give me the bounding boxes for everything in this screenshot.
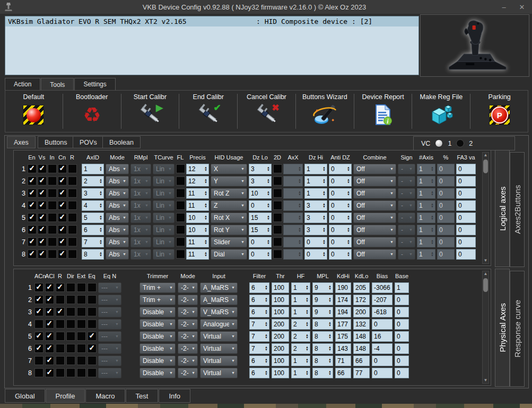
num-axis-spinner[interactable]: 1▲▼ bbox=[417, 225, 435, 235]
input-dropdown[interactable]: Virtual▼ bbox=[200, 356, 238, 366]
kdlo-field[interactable]: 200 bbox=[353, 307, 370, 317]
threshold-field[interactable]: 100 bbox=[272, 356, 289, 366]
spinner-arrows[interactable]: ▲▼ bbox=[321, 240, 327, 245]
visible-checkbox[interactable]: ✓ bbox=[38, 176, 47, 185]
deadzone-low-spinner[interactable]: 0▲▼ bbox=[249, 249, 272, 260]
anti-deadzone-spinner[interactable]: 0▲▼ bbox=[329, 176, 352, 187]
enable-checkbox[interactable]: ✓ bbox=[28, 164, 37, 173]
spinner-arrows[interactable]: ▲▼ bbox=[264, 297, 269, 303]
enable-checkbox[interactable]: ✓ bbox=[28, 189, 37, 198]
base-field[interactable]: 0 bbox=[395, 319, 409, 330]
r-checkbox[interactable] bbox=[68, 176, 77, 185]
mpl-spinner[interactable]: 8▲▼ bbox=[312, 319, 333, 330]
bias-field[interactable]: 0 bbox=[372, 356, 393, 366]
hf-spinner[interactable]: 1▲▼ bbox=[291, 307, 310, 317]
spinner-arrows[interactable]: ▲▼ bbox=[264, 285, 269, 290]
selected-device-row[interactable]: VKBsim Gladiator EVO R SEM THQx2 XT2 v2.… bbox=[5, 16, 418, 26]
kdlo-field[interactable]: 172 bbox=[353, 295, 370, 305]
kdhi-field[interactable]: 194 bbox=[335, 307, 351, 317]
hf-spinner[interactable]: 1▲▼ bbox=[291, 295, 310, 305]
ext-checkbox[interactable] bbox=[77, 283, 86, 292]
sign-dropdown[interactable]: -▼ bbox=[398, 237, 415, 247]
scroll-up-icon[interactable]: ▲ bbox=[484, 271, 488, 277]
hid-usage-dropdown[interactable]: Slider▼ bbox=[211, 237, 247, 247]
r-checkbox[interactable] bbox=[68, 213, 77, 222]
axx-spinner[interactable]: ▲▼ bbox=[283, 164, 303, 174]
spinner-arrows[interactable]: ▲▼ bbox=[430, 215, 435, 220]
hid-usage-dropdown[interactable]: Rot X▼ bbox=[211, 212, 247, 223]
spinner-arrows[interactable]: ▲▼ bbox=[304, 358, 310, 363]
enable-checkbox[interactable]: ✓ bbox=[28, 237, 37, 246]
equalizer-checkbox[interactable] bbox=[88, 320, 97, 329]
input-dropdown[interactable]: Virtual▼ bbox=[200, 343, 238, 354]
spinner-arrows[interactable]: ▲▼ bbox=[304, 285, 310, 290]
bias-field[interactable]: 16 bbox=[372, 331, 393, 342]
enable-checkbox[interactable]: ✓ bbox=[28, 201, 37, 210]
center-checkbox[interactable]: ✓ bbox=[58, 213, 67, 222]
spinner-arrows[interactable]: ▲▼ bbox=[304, 322, 310, 327]
sign-dropdown[interactable]: -▼ bbox=[398, 188, 415, 199]
close-button[interactable]: ✕ bbox=[514, 2, 530, 12]
spinner-arrows[interactable]: ▲▼ bbox=[304, 370, 310, 376]
axid-spinner[interactable]: 4▲▼ bbox=[82, 200, 104, 211]
mode-dropdown[interactable]: -2-▼ bbox=[178, 368, 198, 378]
fl-checkbox[interactable] bbox=[176, 176, 185, 185]
precision-spinner[interactable]: 11▲▼ bbox=[186, 200, 209, 211]
invert-checkbox[interactable] bbox=[48, 225, 57, 234]
eq-n-dropdown[interactable]: ---▼ bbox=[98, 307, 121, 317]
hid-usage-dropdown[interactable]: Z▼ bbox=[211, 200, 247, 211]
ext-checkbox[interactable] bbox=[77, 295, 86, 304]
dir-checkbox[interactable] bbox=[66, 332, 75, 341]
kdhi-field[interactable]: 177 bbox=[335, 319, 351, 330]
equalizer-checkbox[interactable] bbox=[88, 283, 97, 292]
axid-spinner[interactable]: 8▲▼ bbox=[82, 249, 104, 260]
tab-profile[interactable]: Profile bbox=[46, 389, 85, 403]
axx-spinner[interactable]: ▲▼ bbox=[283, 249, 303, 260]
dir-checkbox[interactable] bbox=[66, 295, 75, 304]
num-axis-spinner[interactable]: 1▲▼ bbox=[417, 188, 435, 199]
spinner-arrows[interactable]: ▲▼ bbox=[264, 358, 269, 363]
ext-checkbox[interactable] bbox=[77, 344, 86, 353]
eq-n-dropdown[interactable]: ---▼ bbox=[98, 356, 121, 366]
anti-deadzone-spinner[interactable]: 0▲▼ bbox=[329, 212, 352, 223]
r-checkbox[interactable] bbox=[68, 225, 77, 234]
center-checkbox[interactable]: ✓ bbox=[58, 164, 67, 173]
tab-povs[interactable]: POVs bbox=[73, 136, 104, 148]
ext-checkbox[interactable] bbox=[77, 356, 86, 365]
spinner-arrows[interactable]: ▲▼ bbox=[327, 322, 333, 327]
visible-checkbox[interactable]: ✓ bbox=[38, 250, 47, 259]
acn-checkbox[interactable] bbox=[34, 320, 43, 329]
spinner-arrows[interactable]: ▲▼ bbox=[430, 191, 435, 196]
invert-checkbox[interactable] bbox=[48, 176, 57, 185]
visible-checkbox[interactable]: ✓ bbox=[38, 213, 47, 222]
visible-checkbox[interactable]: ✓ bbox=[38, 189, 47, 198]
acl-checkbox[interactable]: ✓ bbox=[45, 344, 54, 353]
fl-checkbox[interactable] bbox=[176, 189, 185, 198]
percent-field[interactable]: 0 bbox=[437, 200, 455, 211]
spinner-arrows[interactable]: ▲▼ bbox=[203, 215, 208, 220]
mpl-spinner[interactable]: 9▲▼ bbox=[312, 307, 333, 317]
filter-spinner[interactable]: 7▲▼ bbox=[249, 319, 269, 330]
acl-checkbox[interactable]: ✓ bbox=[45, 307, 54, 316]
spinner-arrows[interactable]: ▲▼ bbox=[346, 227, 351, 233]
spinner-arrows[interactable]: ▲▼ bbox=[430, 203, 435, 208]
spinner-arrows[interactable]: ▲▼ bbox=[321, 179, 327, 184]
kdhi-field[interactable]: 71 bbox=[335, 356, 351, 366]
trimmer-dropdown[interactable]: Disable▼ bbox=[139, 343, 176, 354]
num-axis-spinner[interactable]: 1▲▼ bbox=[417, 237, 435, 247]
tab-settings[interactable]: Settings bbox=[74, 78, 115, 90]
spinner-arrows[interactable]: ▲▼ bbox=[266, 179, 271, 184]
spinner-arrows[interactable]: ▲▼ bbox=[203, 227, 208, 233]
kdlo-field[interactable]: 132 bbox=[353, 319, 370, 330]
input-dropdown[interactable]: Virtual▼ bbox=[200, 368, 238, 378]
end-calibr-button[interactable]: End Calibr ✔ bbox=[180, 91, 237, 132]
deadzone-high-spinner[interactable]: 0▲▼ bbox=[304, 249, 327, 260]
threshold-field[interactable]: 200 bbox=[272, 331, 289, 342]
ext-checkbox[interactable] bbox=[77, 368, 86, 377]
spinner-arrows[interactable]: ▲▼ bbox=[203, 252, 208, 257]
percent-field[interactable]: 0 bbox=[437, 188, 455, 199]
hf-spinner[interactable]: 2▲▼ bbox=[291, 319, 310, 330]
center-checkbox[interactable]: ✓ bbox=[58, 201, 67, 210]
deadzone-high-spinner[interactable]: 3▲▼ bbox=[304, 225, 327, 235]
axid-spinner[interactable]: 1▲▼ bbox=[82, 164, 104, 174]
